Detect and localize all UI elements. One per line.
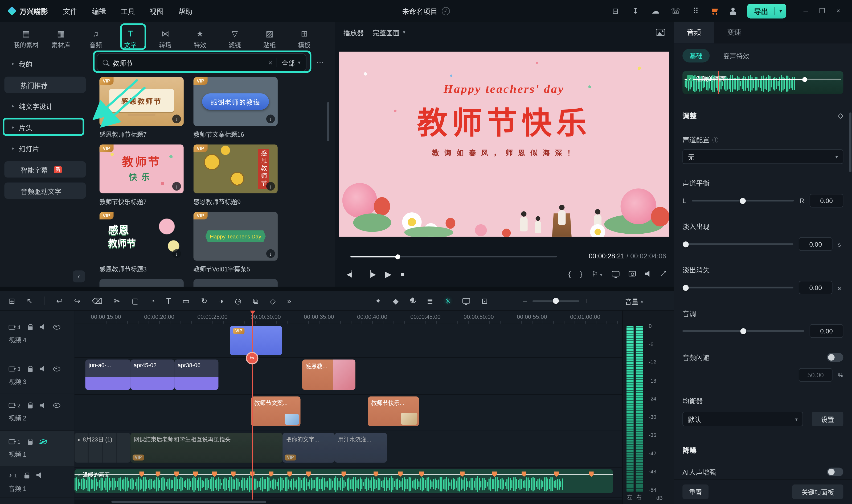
template-thumbnail[interactable]: VIP 教师节 快乐 ↓ (99, 144, 183, 194)
split-icon[interactable]: ✂ (114, 296, 120, 305)
playback-progress-bar[interactable] (350, 256, 557, 257)
media-tab-stock[interactable]: ▦素材库 (43, 24, 78, 52)
save-icon[interactable]: ↧ (631, 6, 640, 15)
color-icon[interactable]: ◑ (219, 296, 224, 305)
minimize-button[interactable]: ─ (798, 0, 814, 22)
category-slideshow[interactable]: ▸幻灯片 (4, 140, 86, 157)
beat-detect-icon[interactable]: ✳ (445, 296, 451, 305)
split-at-playhead-button[interactable]: ✂ (246, 352, 258, 364)
screen-record-icon[interactable] (462, 298, 470, 303)
timeline-clip[interactable]: ▸8月23日 (1) (74, 433, 130, 463)
track-header-audio1[interactable]: ♪1 音频 1 (0, 467, 74, 497)
magic-tool-icon[interactable]: ✦ (375, 296, 381, 305)
template-card[interactable]: VIP 感恩 教师节 ↓ 感恩教师节标题3 (99, 212, 183, 273)
apps-grid-icon[interactable]: ⠿ (691, 6, 701, 15)
zoom-out-icon[interactable]: − (523, 296, 527, 305)
subtab-voice-effects[interactable]: 变声特效 (716, 49, 757, 62)
scrollbar-thumb[interactable] (111, 501, 266, 503)
balance-slider[interactable] (691, 200, 794, 201)
category-hot[interactable]: 热门推荐 (4, 77, 86, 93)
collapse-panel-button[interactable]: ‹ (73, 270, 85, 282)
tab-audio[interactable]: 音频 (674, 22, 714, 43)
more-options-button[interactable]: ⋯ (316, 57, 324, 66)
reset-button[interactable]: 重置 (682, 484, 709, 499)
audio-clip-preview[interactable]: ♪温暖的画面 (682, 71, 843, 94)
stop-button[interactable]: ■ (401, 270, 405, 278)
timeline-clip[interactable]: apr38-06 (174, 360, 218, 390)
slider-handle[interactable] (740, 198, 746, 203)
media-tab-templates[interactable]: ⊞模板 (287, 24, 322, 52)
speed-icon[interactable]: ◔ (150, 296, 155, 305)
download-icon[interactable]: ↓ (172, 182, 181, 191)
category-opening[interactable]: ▸片头 (4, 119, 86, 135)
dual-monitor-icon[interactable] (611, 271, 619, 276)
visibility-icon[interactable] (53, 324, 60, 329)
crop-icon[interactable]: ▢ (132, 296, 139, 305)
category-audio-driven[interactable]: 音频驱动文字 (4, 182, 86, 199)
mask-icon[interactable]: ▭ (182, 296, 190, 305)
mute-track-icon[interactable] (39, 366, 46, 372)
template-thumbnail[interactable]: VIP 感恩教师节 ↓ (194, 144, 278, 194)
equalizer-settings-button[interactable]: 设置 (812, 412, 843, 426)
subtitle-icon[interactable]: ≣ (427, 296, 433, 305)
timeline-clip[interactable]: 教师节快乐... (368, 396, 419, 426)
clear-search-icon[interactable]: × (268, 58, 272, 67)
playhead[interactable] (252, 310, 253, 500)
add-media-icon[interactable]: ⊞ (9, 296, 15, 305)
download-icon[interactable]: ↓ (266, 249, 275, 258)
template-thumbnail[interactable]: VIP Happy Teacher's Day ↓ (194, 212, 278, 261)
timeline-clip[interactable]: 把你的文字... VIP (283, 433, 335, 463)
slider-handle[interactable] (553, 298, 559, 304)
keyframe-icon[interactable]: ◇ (270, 296, 276, 305)
channel-config-dropdown[interactable]: 无▾ (682, 149, 843, 164)
template-card[interactable] (194, 279, 278, 287)
track-header-video2[interactable]: 2 视频 2 (0, 394, 74, 431)
download-icon[interactable]: ↓ (172, 115, 181, 124)
balance-value[interactable]: 0.00 (810, 194, 844, 208)
mute-track-icon[interactable] (39, 402, 46, 408)
template-card[interactable]: VIP 教师节 快乐 ↓ 教师节快乐标题7 (99, 144, 183, 206)
download-icon[interactable]: ↓ (266, 115, 275, 124)
select-tool-icon[interactable]: ↖ (26, 296, 33, 305)
previous-frame-button[interactable]: ◀▏ (347, 270, 357, 278)
menu-help[interactable]: 帮助 (178, 5, 193, 16)
zoom-in-icon[interactable]: + (585, 296, 589, 305)
media-tab-effects[interactable]: ★特效 (183, 24, 217, 52)
close-button[interactable]: × (830, 0, 847, 22)
mute-track-icon[interactable] (39, 324, 46, 330)
timeline-ruler[interactable]: 00:00:15:00 00:00:20:00 00:00:25:00 00:0… (74, 310, 622, 324)
equalizer-dropdown[interactable]: 默认▾ (682, 412, 803, 426)
category-smart-caption[interactable]: 智能字幕新 (4, 161, 86, 178)
account-icon[interactable] (729, 7, 737, 15)
media-tab-stickers[interactable]: ▨贴纸 (252, 24, 287, 52)
panel-scrollbar[interactable] (849, 112, 851, 172)
track-header-video3[interactable]: 3 视频 3 (0, 357, 74, 394)
menu-tools[interactable]: 工具 (121, 5, 135, 16)
timeline-clip[interactable]: 网课结束后老师和学生相互说再见镜头 VIP (130, 433, 283, 463)
mark-out-button[interactable]: } (580, 270, 582, 278)
layout-icon[interactable]: ⊟ (610, 6, 620, 15)
template-card[interactable]: VIP 感谢老师的教诲 ↓ 教师节文案标题16 (194, 77, 278, 139)
ducking-toggle[interactable] (827, 353, 843, 362)
image-preview-icon[interactable] (656, 29, 665, 36)
media-tab-filters[interactable]: ▽滤镜 (217, 24, 252, 52)
more-tools-icon[interactable]: » (287, 296, 291, 305)
text-tool-icon[interactable]: T (166, 296, 171, 305)
export-dropdown-icon[interactable]: ▾ (775, 8, 786, 14)
mute-icon[interactable] (645, 271, 651, 276)
template-thumbnail[interactable] (194, 279, 278, 287)
search-input[interactable]: 教师节 (112, 57, 264, 68)
search-filter-dropdown[interactable]: 全部 ▾ (282, 58, 301, 67)
template-card[interactable]: VIP Happy Teacher's Day ↓ 教师节Vol01字幕条5 (194, 212, 278, 273)
template-card[interactable] (99, 279, 183, 287)
fade-in-slider[interactable] (682, 243, 793, 245)
download-icon[interactable]: ↓ (172, 249, 181, 258)
timeline-zoom-slider[interactable] (533, 300, 579, 302)
template-card[interactable]: VIP 感恩教师节 ↓ 感恩教师节标题7 (99, 77, 183, 139)
next-frame-button[interactable]: ▕▶ (366, 270, 376, 278)
lock-icon[interactable] (24, 472, 29, 478)
subtab-basic[interactable]: 基础 (682, 49, 710, 62)
fade-in-value[interactable]: 0.00 (799, 237, 833, 251)
media-tab-transitions[interactable]: ⋈转场 (148, 24, 183, 52)
meter-mode-dropdown[interactable]: 音量 ▴ (625, 291, 643, 310)
